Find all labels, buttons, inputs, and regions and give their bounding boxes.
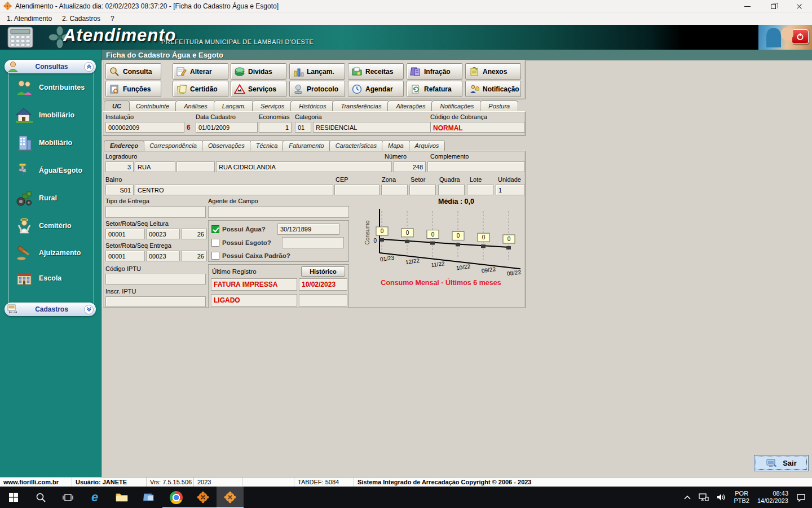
possui-caixa-checkbox[interactable] (211, 252, 219, 260)
instalacao-field[interactable]: 000002009 (105, 122, 184, 133)
paint-app-taskbar-icon[interactable] (135, 487, 162, 508)
data-cadastro-field[interactable]: 01/01/2009 (196, 122, 258, 133)
menu-item-help[interactable]: ? (106, 14, 119, 24)
fiorilli-active-taskbar-icon[interactable] (217, 487, 244, 508)
close-button[interactable] (786, 0, 812, 12)
toolbar-button-alterar[interactable]: Alterar (173, 63, 228, 80)
toolbar-button-anexos[interactable]: Anexos (465, 63, 521, 80)
sidebar-item-ajuizamento[interactable]: Ajuizamento (15, 241, 81, 265)
zona-field[interactable] (381, 185, 408, 195)
toolbar-button-consulta[interactable]: Consulta (105, 63, 161, 80)
menu-item-cadastros[interactable]: 2. Cadastros (58, 14, 105, 24)
lote-field[interactable] (467, 185, 493, 195)
logoff-button[interactable] (792, 29, 809, 44)
tab-transferencias[interactable]: Transferências (332, 100, 390, 111)
cobranca-field[interactable]: NORMAL (430, 122, 525, 133)
sidebar-item-contribuintes[interactable]: Contribuintes (15, 76, 85, 99)
notification-center-icon[interactable] (793, 487, 809, 508)
tab-lancam[interactable]: Lançam. (214, 100, 254, 111)
fiorilli-taskbar-icon[interactable] (189, 487, 217, 508)
cep-field[interactable] (334, 185, 379, 195)
sidebar-item-escola[interactable]: Escola (15, 266, 61, 290)
possui-agua-checkbox[interactable] (211, 225, 219, 233)
sidebar-section-consultas[interactable]: Consultas (5, 60, 96, 73)
agente-campo-field[interactable] (208, 206, 349, 218)
logradouro-codigo-field[interactable]: 3 (105, 161, 134, 172)
tab-alteracoes[interactable]: Alterações (387, 100, 434, 111)
toolbar-button-servicos[interactable]: Serviços (231, 81, 286, 97)
language-indicator[interactable]: POR PTB2 (731, 487, 752, 508)
search-button[interactable] (27, 487, 54, 508)
file-explorer-taskbar-icon[interactable] (108, 487, 135, 508)
categoria-descricao-field[interactable]: RESIDENCIAL (313, 122, 431, 133)
subtab-caracteristicas[interactable]: Características (329, 140, 383, 151)
possui-agua-date-field[interactable]: 30/12/1899 (277, 224, 339, 235)
possui-esgoto-field[interactable] (282, 237, 344, 248)
sair-button[interactable]: Sair (754, 455, 809, 471)
tab-historicos[interactable]: Históricos (290, 100, 334, 111)
subtab-endereco[interactable]: Endereço (104, 140, 144, 151)
collapse-consultas-chevron-icon[interactable] (84, 62, 94, 72)
toolbar-button-protocolo[interactable]: Protocolo (289, 81, 345, 97)
possui-esgoto-checkbox[interactable] (211, 239, 219, 247)
leitura-setor-field[interactable]: 00001 (105, 229, 145, 239)
leitura-rota-field[interactable]: 00023 (146, 229, 180, 239)
network-icon[interactable] (696, 487, 712, 508)
subtab-mapa[interactable]: Mapa (382, 140, 410, 151)
subtab-tecnica[interactable]: Técnica (250, 140, 284, 151)
toolbar-button-agendar[interactable]: Agendar (348, 81, 404, 97)
numero-field[interactable]: 248 (393, 161, 426, 172)
expand-cadastros-chevron-icon[interactable] (84, 305, 94, 314)
codigo-iptu-field[interactable] (105, 274, 206, 284)
quadra-field[interactable] (438, 185, 465, 195)
toolbar-button-funcoes[interactable]: Funções (105, 81, 161, 97)
toolbar-button-infracao[interactable]: Infração (407, 63, 462, 80)
entrega-seq-field[interactable]: 26 (181, 251, 207, 261)
tab-uc[interactable]: UC (104, 100, 130, 111)
complemento-field[interactable] (427, 161, 525, 172)
minimize-button[interactable] (734, 0, 760, 12)
tab-postura[interactable]: Postura (480, 100, 518, 111)
chrome-taskbar-icon[interactable] (162, 487, 189, 508)
sidebar-item-agua-esgoto[interactable]: Água/Esgoto (15, 159, 82, 182)
subtab-arquivos[interactable]: Arquivos (409, 140, 445, 151)
clock[interactable]: 08:43 14/02/2023 (754, 487, 791, 508)
toolbar-button-lancam[interactable]: Lançam. (289, 63, 345, 80)
entrega-setor-field[interactable]: 00001 (105, 251, 145, 261)
tab-analises[interactable]: Análises (175, 100, 216, 111)
logradouro-nome-field[interactable]: RUA CIDROLANDIA (216, 161, 392, 172)
tipo-entrega-field[interactable] (105, 206, 206, 218)
sidebar-item-rural[interactable]: Rural (15, 186, 57, 210)
tray-chevron-up-icon[interactable] (681, 487, 694, 508)
setor-field[interactable] (409, 185, 436, 195)
categoria-codigo-field[interactable]: 01 (295, 122, 311, 133)
bairro-codigo-field[interactable]: S01 (105, 185, 134, 195)
entrega-rota-field[interactable]: 00023 (146, 251, 180, 261)
start-button[interactable] (0, 487, 27, 508)
historico-button[interactable]: Histórico (301, 266, 345, 277)
sidebar-section-cadastros[interactable]: Cadastros (5, 303, 96, 316)
sidebar-item-mobiliario[interactable]: Mobiliário (15, 131, 72, 155)
tab-servicos[interactable]: Serviços (252, 100, 293, 111)
toolbar-button-receitas[interactable]: Receitas (348, 63, 404, 80)
restore-button[interactable] (760, 0, 786, 12)
tab-notificacoes[interactable]: Notificações (431, 100, 482, 111)
sidebar-item-cemiterio[interactable]: Cemitério (15, 214, 72, 238)
logradouro-tipo-field[interactable]: RUA (135, 161, 175, 172)
leitura-seq-field[interactable]: 26 (181, 229, 207, 239)
subtab-observacoes[interactable]: Observações (202, 140, 251, 151)
internet-explorer-taskbar-icon[interactable]: e (81, 487, 108, 508)
task-view-button[interactable] (54, 487, 81, 508)
inscr-iptu-field[interactable] (105, 296, 206, 307)
subtab-faturamento[interactable]: Faturamento (283, 140, 330, 151)
unidade-field[interactable]: 1 (496, 185, 525, 195)
logradouro-extra-field[interactable] (176, 161, 215, 172)
bairro-nome-field[interactable]: CENTRO (135, 185, 333, 195)
sidebar-item-imobiliario[interactable]: Imobiliário (15, 103, 74, 127)
menu-item-atendimento[interactable]: 1. Atendimento (2, 14, 56, 24)
toolbar-button-notificacao[interactable]: Notificação (465, 81, 521, 97)
toolbar-button-certidao[interactable]: Certidão (173, 81, 228, 97)
toolbar-button-refatura[interactable]: Refatura (407, 81, 462, 97)
economias-field[interactable]: 1 (259, 122, 292, 133)
volume-icon[interactable] (714, 487, 729, 508)
